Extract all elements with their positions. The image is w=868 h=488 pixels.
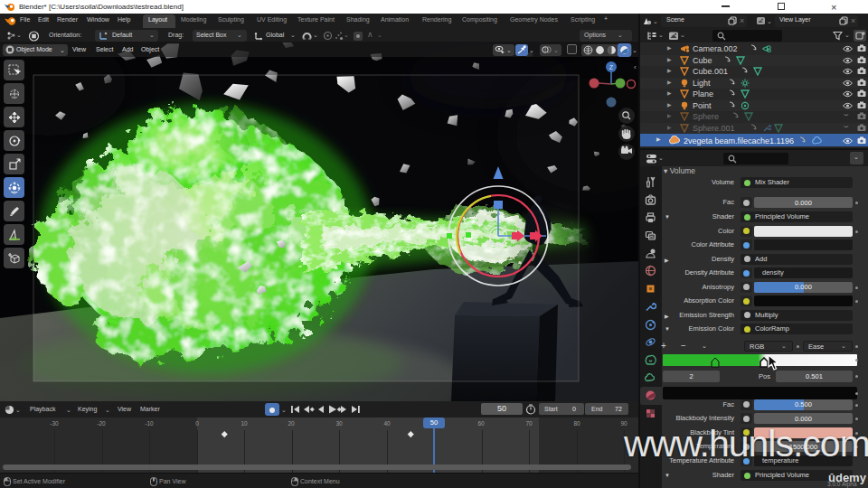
svg-text:Z: Z	[609, 64, 614, 70]
